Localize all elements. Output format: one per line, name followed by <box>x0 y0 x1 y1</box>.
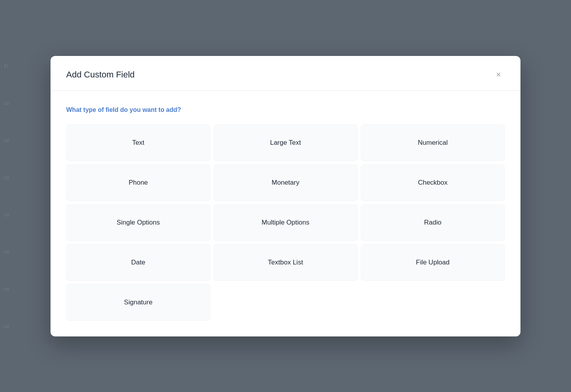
field-option-large-text[interactable]: Large Text <box>213 124 358 161</box>
field-option-radio[interactable]: Radio <box>361 204 505 241</box>
field-option-textbox-list[interactable]: Textbox List <box>213 244 358 281</box>
field-option-file-upload[interactable]: File Upload <box>361 244 505 281</box>
close-button[interactable]: × <box>492 68 505 81</box>
section-question: What type of field do you want to add? <box>66 106 505 113</box>
field-option-multiple-options[interactable]: Multiple Options <box>213 204 358 241</box>
field-option-phone[interactable]: Phone <box>66 164 210 201</box>
field-option-text[interactable]: Text <box>66 124 210 161</box>
field-option-date[interactable]: Date <box>66 244 210 281</box>
field-option-signature[interactable]: Signature <box>66 284 210 321</box>
field-option-numerical[interactable]: Numerical <box>361 124 505 161</box>
field-option-single-options[interactable]: Single Options <box>66 204 210 241</box>
field-type-grid: TextLarge TextNumericalPhoneMonetaryChec… <box>66 124 505 321</box>
modal-body: What type of field do you want to add? T… <box>51 91 520 336</box>
field-option-monetary[interactable]: Monetary <box>213 164 358 201</box>
modal-header: Add Custom Field × <box>51 56 520 91</box>
field-option-checkbox[interactable]: Checkbox <box>361 164 505 201</box>
add-custom-field-modal: Add Custom Field × What type of field do… <box>51 56 520 336</box>
modal-title: Add Custom Field <box>66 70 135 80</box>
modal-overlay: Add Custom Field × What type of field do… <box>0 0 571 392</box>
